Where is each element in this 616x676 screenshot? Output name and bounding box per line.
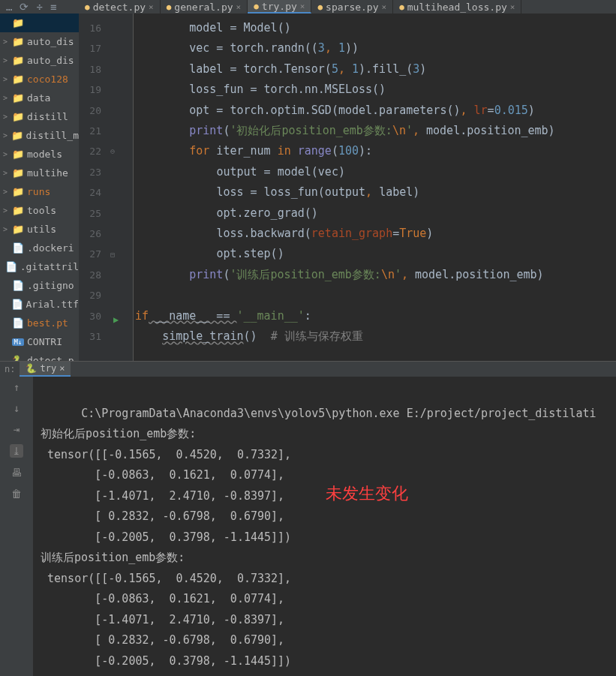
line-number[interactable]: 26 — [79, 224, 101, 244]
up-arrow-icon[interactable]: ↑ — [14, 381, 20, 393]
chevron-icon[interactable]: > — [3, 206, 11, 215]
close-icon[interactable]: × — [59, 363, 65, 374]
print-icon[interactable]: 🖶 — [11, 467, 22, 479]
python-icon: ● — [167, 2, 172, 12]
line-number[interactable]: 20 — [79, 101, 101, 121]
tree-item-label: tools — [27, 205, 56, 216]
tool-icon[interactable]: ≡ — [50, 1, 56, 13]
close-icon[interactable]: × — [300, 2, 305, 11]
tree-item[interactable]: >📁distill — [0, 107, 79, 126]
line-number[interactable]: 21 — [79, 121, 101, 141]
line-number[interactable]: 18 — [79, 59, 101, 80]
file-icon: 📄 — [11, 299, 23, 310]
tree-item[interactable]: >📁distill_m — [0, 126, 79, 145]
sidebar-toolbar: … ⟳ ÷ ≡ — [0, 0, 79, 14]
tree-item-label: runs — [27, 186, 50, 197]
tree-item[interactable]: 🐍detect.p — [0, 351, 79, 361]
run-toolbar: ↑ ↓ ⇥ ⤓ 🖶 🗑 — [0, 377, 33, 676]
folder-icon: 📁 — [12, 74, 24, 85]
wrap-icon[interactable]: ⇥ — [14, 423, 20, 435]
line-number[interactable]: 19 — [79, 80, 101, 100]
editor-tab[interactable]: ●multihead_loss.py× — [393, 0, 521, 14]
line-number[interactable]: 31 — [79, 326, 101, 347]
python-icon: ● — [317, 2, 323, 12]
tree-item[interactable]: M↓CONTRI — [0, 332, 79, 351]
tree-item-label: multihe — [27, 167, 68, 179]
tool-icon[interactable]: ÷ — [36, 1, 42, 13]
file-icon: 📄 — [12, 280, 24, 291]
editor-tab[interactable]: ●try.py× — [248, 0, 311, 14]
line-number[interactable]: 25 — [79, 203, 101, 224]
folder-icon: 📁 — [12, 55, 24, 66]
line-number[interactable]: 23 — [79, 162, 101, 182]
folder-icon: 📁 — [12, 92, 24, 104]
editor-tab[interactable]: ●sparse.py× — [311, 0, 393, 14]
tree-item[interactable]: 📄.gitigno — [0, 276, 79, 295]
run-panel-tabs: n: 🐍 try × — [0, 362, 616, 377]
close-icon[interactable]: × — [149, 2, 154, 12]
chevron-icon[interactable]: > — [3, 169, 11, 177]
console-text: C:\ProgramData\Anaconda3\envs\yolov5\pyt… — [41, 407, 596, 668]
line-number[interactable]: 27 — [79, 244, 101, 264]
close-icon[interactable]: × — [236, 2, 242, 12]
tree-item[interactable]: >📁data — [0, 89, 79, 107]
editor-tab[interactable]: ●detect.py× — [79, 0, 161, 14]
run-line-icon[interactable]: ▶ — [113, 310, 119, 330]
line-number[interactable]: 30 — [79, 306, 101, 326]
run-tab-try[interactable]: 🐍 try × — [20, 362, 71, 377]
chevron-icon[interactable]: > — [3, 188, 11, 196]
tree-item[interactable]: >📁auto_dis — [0, 51, 79, 70]
fold-icon[interactable]: ⊟ — [110, 245, 115, 265]
chevron-icon[interactable]: > — [3, 56, 11, 65]
tree-item[interactable]: >📁utils — [0, 220, 79, 239]
chevron-icon[interactable]: > — [3, 225, 11, 233]
tree-item[interactable]: 📄best.pt — [0, 314, 79, 332]
close-icon[interactable]: × — [382, 2, 387, 12]
tree-item[interactable]: 📁 — [0, 14, 79, 32]
chevron-icon[interactable]: > — [3, 75, 11, 83]
line-number[interactable]: 28 — [79, 265, 101, 285]
chevron-icon[interactable]: > — [3, 94, 11, 102]
down-arrow-icon[interactable]: ↓ — [14, 402, 20, 414]
line-number[interactable]: 29 — [79, 285, 101, 305]
python-icon: ● — [399, 2, 404, 12]
tree-item-label: distill_m — [26, 130, 79, 141]
chevron-icon[interactable]: > — [3, 38, 11, 46]
code-editor[interactable]: model = Model() vec = torch.randn((3, 1)… — [133, 14, 616, 361]
fold-icon[interactable]: ⊖ — [110, 141, 115, 161]
tree-item[interactable]: >📁models — [0, 145, 79, 164]
tab-label: detect.py — [93, 2, 146, 13]
tree-item-label: coco128 — [27, 74, 68, 85]
tree-item[interactable]: >📁multihe — [0, 164, 79, 182]
tab-label: sparse.py — [326, 2, 378, 13]
editor-tab[interactable]: ●general.py× — [161, 0, 248, 14]
folder-icon: 📁 — [12, 186, 24, 197]
tree-item[interactable]: >📁auto_dis — [0, 32, 79, 51]
chevron-icon[interactable]: > — [3, 131, 10, 140]
tree-item[interactable]: 📄.dockeri — [0, 239, 79, 257]
chevron-icon[interactable]: > — [3, 113, 11, 121]
tree-item[interactable]: >📁tools — [0, 201, 79, 220]
tool-icon[interactable]: … — [6, 1, 12, 13]
line-gutter: 16171819202122232425262728293031 — [79, 14, 107, 361]
scroll-icon[interactable]: ⤓ — [10, 444, 23, 458]
folder-icon: 📁 — [12, 149, 24, 160]
line-number[interactable]: 16 — [79, 18, 101, 38]
tree-item[interactable]: >📁coco128 — [0, 70, 79, 89]
tree-item[interactable]: 📄.gitattril — [0, 257, 79, 276]
trash-icon[interactable]: 🗑 — [11, 488, 22, 500]
tree-item-label: detect.p — [27, 355, 74, 361]
line-number[interactable]: 24 — [79, 182, 101, 203]
tool-icon[interactable]: ⟳ — [20, 1, 29, 13]
line-number[interactable]: 17 — [79, 38, 101, 59]
line-number[interactable]: 22 — [79, 141, 101, 161]
chevron-icon[interactable]: > — [3, 150, 11, 158]
tree-item-label: .dockeri — [27, 242, 74, 254]
tree-item[interactable]: >📁runs — [0, 182, 79, 201]
tree-item-label: .gitigno — [27, 280, 74, 291]
annotation-overlay: 未发生变化 — [326, 483, 408, 504]
tree-item[interactable]: 📄Arial.ttf — [0, 295, 79, 314]
close-icon[interactable]: × — [510, 2, 515, 12]
console-output[interactable]: C:\ProgramData\Anaconda3\envs\yolov5\pyt… — [33, 377, 616, 676]
python-icon: ● — [254, 2, 259, 11]
